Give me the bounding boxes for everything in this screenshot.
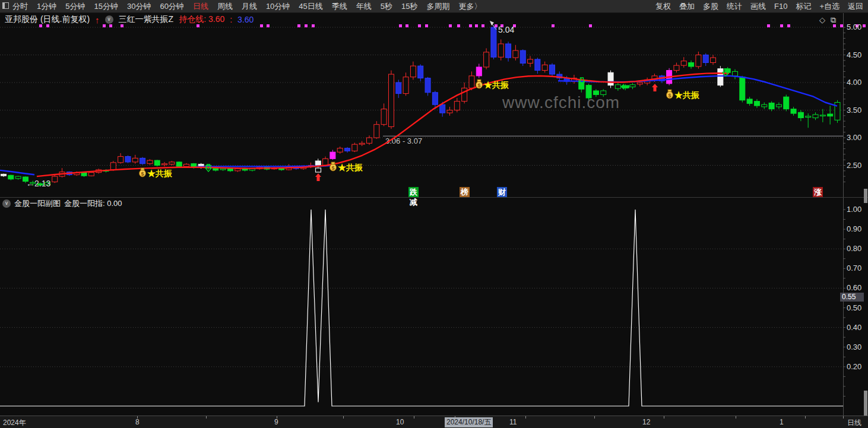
svg-text:3.50: 3.50 [847, 106, 861, 115]
window-icon[interactable] [0, 2, 9, 11]
svg-text:3.00: 3.00 [847, 133, 861, 142]
menu-item-日线[interactable]: 日线 [193, 1, 208, 12]
svg-text:0.50: 0.50 [847, 303, 861, 312]
holding-line-value: 3.60 [237, 15, 254, 24]
menu-item-15分钟[interactable]: 15分钟 [94, 1, 118, 12]
menu-item-60分钟[interactable]: 60分钟 [160, 1, 183, 12]
menu-item-多股[interactable]: 多股 [703, 1, 718, 12]
svg-text:2.50: 2.50 [847, 161, 861, 170]
svg-text:4.50: 4.50 [847, 50, 861, 59]
diamond-icon[interactable]: ◇ [819, 15, 825, 25]
price-badge[interactable]: 跌减 [408, 187, 419, 197]
current-value-tag: 0.55 [840, 293, 864, 302]
date-label: 9 [274, 418, 278, 426]
menu-item-分时[interactable]: 分时 [12, 1, 28, 12]
svg-text:0.60: 0.60 [847, 283, 861, 292]
x-axis-tick [736, 416, 736, 419]
svg-text:0.30: 0.30 [847, 343, 861, 351]
menu-item-年线[interactable]: 年线 [356, 1, 372, 12]
date-label: 10 [396, 418, 404, 426]
date-label: 1 [780, 418, 784, 426]
page-icon[interactable]: ⧉ [831, 15, 836, 25]
menu-bar: 分时1分钟5分钟15分钟30分钟60分钟日线周线月线10分钟45日线季线年线5秒… [0, 0, 868, 13]
menu-item-季线[interactable]: 季线 [332, 1, 347, 12]
menu-item-+自选[interactable]: +自选 [819, 1, 840, 12]
x-axis-tick [664, 416, 664, 419]
collapse-icon[interactable]: ∨ [2, 199, 11, 208]
price-badge[interactable]: 财 [497, 187, 507, 197]
svg-text:4.00: 4.00 [847, 78, 861, 87]
svg-text:5.00: 5.00 [847, 23, 861, 31]
menu-item-复权[interactable]: 复权 [655, 1, 671, 12]
pane-divider [0, 197, 868, 198]
trend-up-icon: ↑ [95, 15, 100, 25]
menu-item-月线[interactable]: 月线 [242, 1, 257, 12]
date-label: 11 [509, 418, 517, 426]
menu-item-10分钟[interactable]: 10分钟 [266, 1, 290, 12]
scrollbar-thumb-sub[interactable] [864, 391, 867, 416]
sub-indicator-title[interactable]: 金股一阳副图 [14, 198, 61, 209]
tool-menu: 复权叠加多股统计画线F10标记+自选返回 [655, 1, 868, 12]
sub-chart-pane[interactable] [0, 209, 843, 416]
highlighted-date-label: 2024/10/18/五 [445, 417, 493, 427]
x-axis-tick [414, 416, 414, 419]
period-menu: 分时1分钟5分钟15分钟30分钟60分钟日线周线月线10分钟45日线季线年线5秒… [9, 1, 482, 12]
x-axis-tick [206, 416, 207, 419]
x-axis-tick [805, 416, 806, 419]
holding-line-sep: : [230, 15, 232, 24]
x-axis-tick [343, 416, 344, 419]
price-badge[interactable]: 涨 [813, 187, 823, 197]
x-axis-tick [594, 416, 595, 419]
menu-item-标记[interactable]: 标记 [796, 1, 811, 12]
menu-item-15秒[interactable]: 15秒 [401, 1, 417, 12]
menu-item-30分钟[interactable]: 30分钟 [127, 1, 151, 12]
x-axis-tick [525, 416, 526, 419]
x-axis-tick [843, 416, 844, 419]
svg-text:0.90: 0.90 [847, 224, 861, 233]
date-label: 12 [642, 418, 650, 426]
menu-item-画线[interactable]: 画线 [750, 1, 766, 12]
indicator-dropdown-icon[interactable]: ∨ [105, 15, 113, 24]
menu-item-统计[interactable]: 统计 [727, 1, 742, 12]
indicator-name[interactable]: 三红一紫共振Z [119, 14, 174, 25]
menu-item-1分钟[interactable]: 1分钟 [37, 1, 56, 12]
holding-line-label: 持仓线: 3.60 [179, 14, 224, 25]
menu-item-周线[interactable]: 周线 [217, 1, 233, 12]
svg-text:0.40: 0.40 [847, 323, 861, 332]
stock-title[interactable]: 亚邦股份 (日线.前复权) [5, 14, 90, 25]
scrollbar-thumb-main[interactable] [864, 189, 867, 203]
price-badge[interactable]: 榜 [460, 187, 470, 197]
menu-item-返回[interactable]: 返回 [848, 1, 863, 12]
svg-text:1.00: 1.00 [847, 205, 861, 214]
x-axis[interactable]: 2024年8910111212024/10/18/五日线 [0, 416, 868, 428]
period-label[interactable]: 日线 [847, 418, 861, 428]
sub-chart-header: ∨ 金股一阳副图 金股一阳指: 0.00 [2, 198, 122, 209]
menu-item-5秒[interactable]: 5秒 [381, 1, 392, 12]
menu-item-多周期[interactable]: 多周期 [427, 1, 450, 12]
watermark: www.cfchi.com [502, 93, 620, 112]
menu-item-叠加[interactable]: 叠加 [679, 1, 695, 12]
svg-text:0.20: 0.20 [847, 362, 861, 371]
menu-item-更多〉[interactable]: 更多〉 [459, 1, 482, 12]
svg-text:0.80: 0.80 [847, 244, 861, 253]
menu-item-F10[interactable]: F10 [774, 2, 787, 11]
menu-item-45日线[interactable]: 45日线 [299, 1, 322, 12]
main-chart-pane[interactable] [0, 26, 843, 197]
date-label: 8 [135, 418, 140, 426]
title-bar: 亚邦股份 (日线.前复权) ↑ ∨ 三红一紫共振Z 持仓线: 3.60 : 3.… [0, 13, 843, 26]
date-label: 2024年 [3, 418, 26, 428]
svg-text:0.70: 0.70 [847, 264, 861, 272]
menu-item-5分钟[interactable]: 5分钟 [65, 1, 85, 12]
sub-indicator-value: 金股一阳指: 0.00 [64, 198, 122, 209]
